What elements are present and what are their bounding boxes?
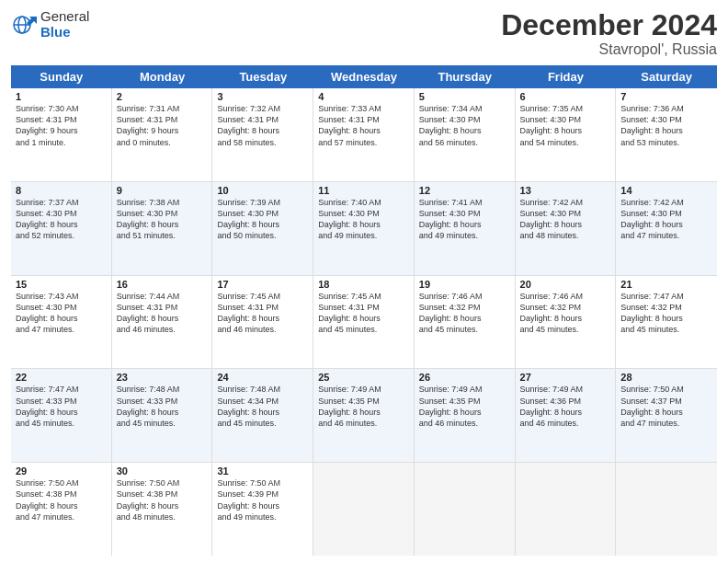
day-number: 21 <box>620 279 712 290</box>
day-number: 3 <box>217 91 308 102</box>
day-number: 6 <box>520 91 611 102</box>
weekday-header: Wednesday <box>313 65 415 88</box>
calendar-cell: 2Sunrise: 7:31 AM Sunset: 4:31 PM Daylig… <box>112 88 213 181</box>
day-info: Sunrise: 7:35 AM Sunset: 4:30 PM Dayligh… <box>520 103 611 148</box>
day-number: 28 <box>620 372 712 383</box>
day-number: 27 <box>520 372 611 383</box>
calendar-cell: 10Sunrise: 7:39 AM Sunset: 4:30 PM Dayli… <box>212 182 313 275</box>
day-number: 9 <box>117 185 208 196</box>
calendar-cell: 26Sunrise: 7:49 AM Sunset: 4:35 PM Dayli… <box>415 369 516 462</box>
weekday-header: Monday <box>112 65 213 88</box>
day-info: Sunrise: 7:39 AM Sunset: 4:30 PM Dayligh… <box>217 197 308 242</box>
day-number: 2 <box>117 91 208 102</box>
day-info: Sunrise: 7:48 AM Sunset: 4:33 PM Dayligh… <box>117 384 208 429</box>
day-info: Sunrise: 7:50 AM Sunset: 4:37 PM Dayligh… <box>620 384 712 429</box>
day-info: Sunrise: 7:40 AM Sunset: 4:30 PM Dayligh… <box>318 197 409 242</box>
weekday-header: Friday <box>516 65 617 88</box>
day-info: Sunrise: 7:50 AM Sunset: 4:39 PM Dayligh… <box>217 477 308 523</box>
logo-general-text: General <box>40 9 89 25</box>
day-number: 13 <box>520 185 611 196</box>
day-number: 19 <box>419 279 510 290</box>
day-number: 10 <box>217 185 308 196</box>
day-number: 25 <box>318 372 409 383</box>
day-number: 29 <box>16 465 107 477</box>
calendar-cell: 5Sunrise: 7:34 AM Sunset: 4:30 PM Daylig… <box>415 88 516 181</box>
logo-icon <box>11 12 37 38</box>
day-number: 24 <box>217 372 308 383</box>
calendar-cell: 30Sunrise: 7:50 AM Sunset: 4:38 PM Dayli… <box>112 463 213 556</box>
weekday-header: Sunday <box>11 65 112 88</box>
day-number: 4 <box>318 91 409 102</box>
calendar-cell: 24Sunrise: 7:48 AM Sunset: 4:34 PM Dayli… <box>212 369 313 462</box>
calendar-cell: 14Sunrise: 7:42 AM Sunset: 4:30 PM Dayli… <box>616 182 717 275</box>
calendar-cell: 31Sunrise: 7:50 AM Sunset: 4:39 PM Dayli… <box>212 463 313 556</box>
calendar-cell: 18Sunrise: 7:45 AM Sunset: 4:31 PM Dayli… <box>313 276 415 369</box>
calendar-cell: 3Sunrise: 7:32 AM Sunset: 4:31 PM Daylig… <box>212 88 313 181</box>
calendar-cell: 17Sunrise: 7:45 AM Sunset: 4:31 PM Dayli… <box>212 276 313 369</box>
calendar-row: 1Sunrise: 7:30 AM Sunset: 4:31 PM Daylig… <box>11 88 717 182</box>
calendar-cell: 11Sunrise: 7:40 AM Sunset: 4:30 PM Dayli… <box>313 182 415 275</box>
day-info: Sunrise: 7:44 AM Sunset: 4:31 PM Dayligh… <box>117 291 208 336</box>
day-number: 18 <box>318 279 409 290</box>
day-info: Sunrise: 7:38 AM Sunset: 4:30 PM Dayligh… <box>117 197 208 242</box>
day-number: 15 <box>16 279 107 290</box>
calendar-cell: 12Sunrise: 7:41 AM Sunset: 4:30 PM Dayli… <box>415 182 516 275</box>
calendar-cell: 13Sunrise: 7:42 AM Sunset: 4:30 PM Dayli… <box>516 182 617 275</box>
day-number: 1 <box>16 91 107 102</box>
calendar-cell: 25Sunrise: 7:49 AM Sunset: 4:35 PM Dayli… <box>313 369 415 462</box>
calendar-cell: 7Sunrise: 7:36 AM Sunset: 4:30 PM Daylig… <box>616 88 717 181</box>
day-number: 14 <box>620 185 712 196</box>
day-info: Sunrise: 7:47 AM Sunset: 4:33 PM Dayligh… <box>16 384 107 429</box>
day-info: Sunrise: 7:50 AM Sunset: 4:38 PM Dayligh… <box>16 477 107 523</box>
day-info: Sunrise: 7:45 AM Sunset: 4:31 PM Dayligh… <box>217 291 308 336</box>
location-title: Stavropol', Russia <box>501 41 717 58</box>
calendar-cell: 27Sunrise: 7:49 AM Sunset: 4:36 PM Dayli… <box>516 369 617 462</box>
calendar-row: 22Sunrise: 7:47 AM Sunset: 4:33 PM Dayli… <box>11 369 717 463</box>
calendar-cell: 8Sunrise: 7:37 AM Sunset: 4:30 PM Daylig… <box>11 182 112 275</box>
calendar-header: SundayMondayTuesdayWednesdayThursdayFrid… <box>11 65 717 88</box>
calendar-cell: 16Sunrise: 7:44 AM Sunset: 4:31 PM Dayli… <box>112 276 213 369</box>
day-info: Sunrise: 7:42 AM Sunset: 4:30 PM Dayligh… <box>620 197 712 242</box>
day-number: 12 <box>419 185 510 196</box>
day-number: 7 <box>620 91 712 102</box>
day-number: 23 <box>117 372 208 383</box>
day-info: Sunrise: 7:49 AM Sunset: 4:36 PM Dayligh… <box>520 384 611 429</box>
calendar-row: 15Sunrise: 7:43 AM Sunset: 4:30 PM Dayli… <box>11 276 717 370</box>
day-info: Sunrise: 7:49 AM Sunset: 4:35 PM Dayligh… <box>419 384 510 429</box>
calendar-row: 8Sunrise: 7:37 AM Sunset: 4:30 PM Daylig… <box>11 182 717 276</box>
calendar-cell: 21Sunrise: 7:47 AM Sunset: 4:32 PM Dayli… <box>616 276 717 369</box>
calendar-cell: 20Sunrise: 7:46 AM Sunset: 4:32 PM Dayli… <box>516 276 617 369</box>
calendar-cell: 15Sunrise: 7:43 AM Sunset: 4:30 PM Dayli… <box>11 276 112 369</box>
calendar-row: 29Sunrise: 7:50 AM Sunset: 4:38 PM Dayli… <box>11 463 717 556</box>
logo: General Blue <box>11 9 89 40</box>
calendar-cell: 28Sunrise: 7:50 AM Sunset: 4:37 PM Dayli… <box>616 369 717 462</box>
day-info: Sunrise: 7:50 AM Sunset: 4:38 PM Dayligh… <box>117 477 208 523</box>
day-number: 20 <box>520 279 611 290</box>
day-number: 11 <box>318 185 409 196</box>
calendar-body: 1Sunrise: 7:30 AM Sunset: 4:31 PM Daylig… <box>11 88 717 556</box>
day-info: Sunrise: 7:48 AM Sunset: 4:34 PM Dayligh… <box>217 384 308 429</box>
calendar-cell: 29Sunrise: 7:50 AM Sunset: 4:38 PM Dayli… <box>11 463 112 556</box>
calendar-cell: 19Sunrise: 7:46 AM Sunset: 4:32 PM Dayli… <box>415 276 516 369</box>
day-info: Sunrise: 7:33 AM Sunset: 4:31 PM Dayligh… <box>318 103 409 148</box>
weekday-header: Tuesday <box>212 65 313 88</box>
day-info: Sunrise: 7:43 AM Sunset: 4:30 PM Dayligh… <box>16 291 107 336</box>
day-number: 17 <box>217 279 308 290</box>
day-number: 30 <box>117 465 208 477</box>
title-block: December 2024 Stavropol', Russia <box>501 9 717 58</box>
day-number: 22 <box>16 372 107 383</box>
day-info: Sunrise: 7:31 AM Sunset: 4:31 PM Dayligh… <box>117 103 208 148</box>
calendar-cell <box>415 463 516 556</box>
logo-blue-text: Blue <box>40 25 89 40</box>
day-number: 31 <box>217 465 308 477</box>
day-info: Sunrise: 7:34 AM Sunset: 4:30 PM Dayligh… <box>419 103 510 148</box>
calendar-cell <box>313 463 415 556</box>
month-title: December 2024 <box>501 9 717 41</box>
weekday-header: Saturday <box>616 65 717 88</box>
calendar: SundayMondayTuesdayWednesdayThursdayFrid… <box>11 65 717 556</box>
calendar-cell: 4Sunrise: 7:33 AM Sunset: 4:31 PM Daylig… <box>313 88 415 181</box>
day-number: 8 <box>16 185 107 196</box>
calendar-cell: 22Sunrise: 7:47 AM Sunset: 4:33 PM Dayli… <box>11 369 112 462</box>
calendar-cell: 6Sunrise: 7:35 AM Sunset: 4:30 PM Daylig… <box>516 88 617 181</box>
calendar-cell: 1Sunrise: 7:30 AM Sunset: 4:31 PM Daylig… <box>11 88 112 181</box>
